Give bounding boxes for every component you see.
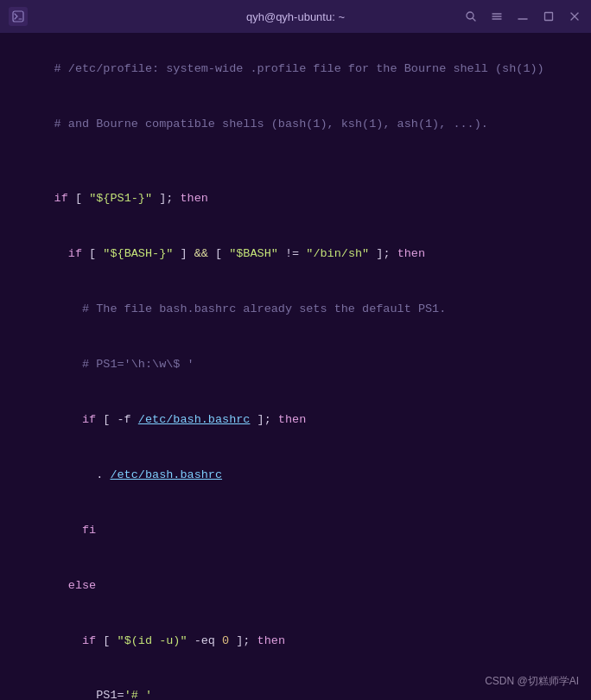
title-bar-title: qyh@qyh-ubuntu: ~ <box>246 10 345 23</box>
code-line-10: fi <box>12 502 579 557</box>
title-bar-left <box>9 7 28 26</box>
code-line-9: . /etc/bash.bashrc <box>12 447 579 502</box>
search-button[interactable] <box>463 9 479 24</box>
svg-rect-0 <box>13 11 23 22</box>
code-line-3 <box>12 152 579 170</box>
close-button[interactable] <box>567 9 582 24</box>
code-line-6: # The file bash.bashrc already sets the … <box>12 281 579 336</box>
minimize-button[interactable] <box>515 9 531 24</box>
svg-line-3 <box>473 18 475 21</box>
code-line-12: if [ "$(id -u)" -eq 0 ]; then <box>12 613 579 668</box>
code-line-2: # and Bourne compatible shells (bash(1),… <box>12 97 579 152</box>
title-bar-controls <box>463 9 582 24</box>
code-line-1: # /etc/profile: system-wide .profile fil… <box>12 41 579 97</box>
title-bar: qyh@qyh-ubuntu: ~ <box>0 0 591 33</box>
code-line-11: else <box>12 557 579 613</box>
maximize-button[interactable] <box>541 9 556 24</box>
code-line-5: if [ "${BASH-}" ] && [ "$BASH" != "/bin/… <box>12 226 579 281</box>
code-line-8: if [ -f /etc/bash.bashrc ]; then <box>12 391 579 447</box>
code-line-7: # PS1='\h:\w\$ ' <box>12 336 579 391</box>
terminal-content[interactable]: # /etc/profile: system-wide .profile fil… <box>0 33 591 700</box>
watermark: CSDN @切糕师学AI <box>485 673 579 690</box>
code-line-4: if [ "${PS1-}" ]; then <box>12 170 579 226</box>
terminal-icon <box>9 7 28 26</box>
menu-button[interactable] <box>489 9 505 24</box>
svg-rect-8 <box>545 13 553 21</box>
terminal-window: qyh@qyh-ubuntu: ~ <box>0 0 591 700</box>
